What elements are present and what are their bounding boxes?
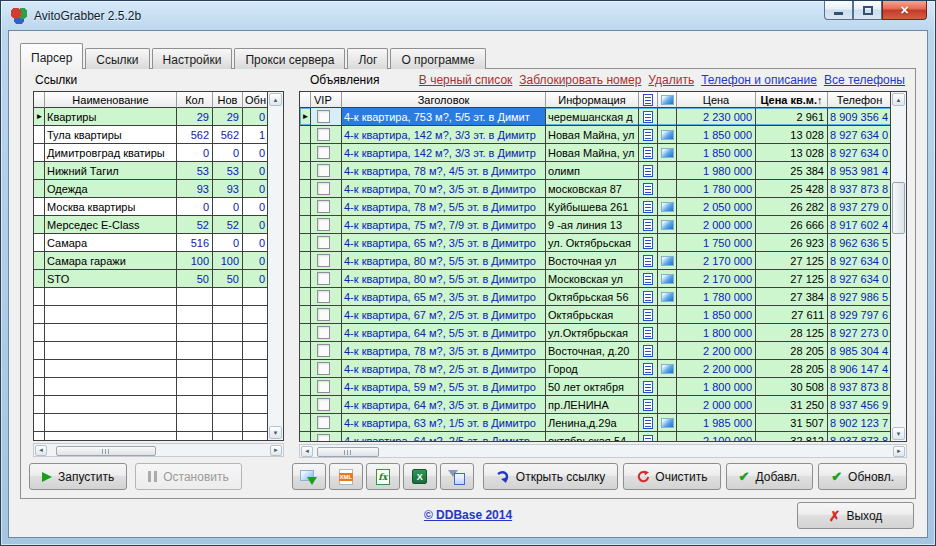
document-icon[interactable] bbox=[643, 327, 653, 339]
image-icon[interactable] bbox=[661, 130, 674, 140]
table-row[interactable]: 4-к квартира, 75 м?, 7/9 эт. в Димитро9 … bbox=[300, 216, 906, 234]
table-row[interactable]: STO50500 bbox=[34, 270, 283, 288]
vip-checkbox[interactable] bbox=[317, 416, 330, 429]
image-icon[interactable] bbox=[661, 220, 674, 230]
obn-column-header[interactable]: Обн bbox=[243, 92, 269, 108]
document-icon[interactable] bbox=[643, 381, 653, 393]
export-excel-button[interactable]: X bbox=[403, 463, 437, 490]
document-icon[interactable] bbox=[643, 399, 653, 411]
table-row[interactable]: Одежда93930 bbox=[34, 180, 283, 198]
table-row[interactable]: 4-к квартира, 78 м?, 5/5 эт. в ДимитроКу… bbox=[300, 198, 906, 216]
image-icon[interactable] bbox=[661, 292, 674, 302]
save-picture-button[interactable] bbox=[292, 463, 326, 490]
document-icon[interactable] bbox=[643, 129, 653, 141]
scroll-left-icon[interactable]: ◄ bbox=[35, 445, 47, 456]
document-icon[interactable] bbox=[643, 273, 653, 285]
action-block-number[interactable]: Заблокировать номер bbox=[519, 73, 641, 87]
maximize-button[interactable] bbox=[853, 1, 882, 20]
document-icon[interactable] bbox=[643, 111, 653, 123]
open-link-button[interactable]: Открыть ссылку bbox=[483, 463, 618, 490]
table-row[interactable]: ►4-к квартира, 753 м?, 5/5 эт. в Димитче… bbox=[300, 108, 906, 126]
scroll-down-icon[interactable]: ▼ bbox=[892, 427, 905, 440]
ads-grid-vscrollbar[interactable]: ▲ ▼ bbox=[890, 92, 906, 441]
table-row[interactable]: 4-к квартира, 64 м?, 3/5 эт. в Димитропр… bbox=[300, 396, 906, 414]
table-row[interactable]: Самара гаражи1001000 bbox=[34, 252, 283, 270]
vip-checkbox[interactable] bbox=[317, 434, 330, 442]
document-icon[interactable] bbox=[643, 183, 653, 195]
document-icon[interactable] bbox=[643, 237, 653, 249]
document-icon[interactable] bbox=[643, 363, 653, 375]
close-button[interactable]: × bbox=[882, 1, 927, 20]
document-icon[interactable] bbox=[643, 291, 653, 303]
stop-button[interactable]: Остановить bbox=[135, 463, 242, 490]
info-column-header[interactable]: Информация bbox=[546, 92, 639, 108]
export-xml-button[interactable]: XML bbox=[329, 463, 363, 490]
start-button[interactable]: Запустить bbox=[29, 463, 127, 490]
update-button[interactable]: ✔ Обновл. bbox=[818, 463, 907, 490]
vip-checkbox[interactable] bbox=[317, 344, 330, 357]
table-row[interactable]: 4-к квартира, 70 м?, 3/5 эт. в Димитромо… bbox=[300, 180, 906, 198]
minimize-button[interactable] bbox=[824, 1, 853, 20]
table-row[interactable]: 4-к квартира, 63 м?, 1/5 эт. в ДимитроЛе… bbox=[300, 414, 906, 432]
document-icon[interactable] bbox=[643, 165, 653, 177]
tab-parser[interactable]: Парсер bbox=[20, 43, 83, 69]
vip-checkbox[interactable] bbox=[317, 380, 330, 393]
links-grid-hscrollbar[interactable]: ◄ ► bbox=[33, 443, 284, 457]
vip-checkbox[interactable] bbox=[317, 290, 330, 303]
table-row[interactable]: 4-к квартира, 142 м?, 3/3 эт. в ДимитрНо… bbox=[300, 126, 906, 144]
price-column-header[interactable]: Цена bbox=[677, 92, 756, 108]
tab-about[interactable]: О программе bbox=[390, 48, 485, 69]
scroll-up-icon[interactable]: ▲ bbox=[892, 93, 905, 106]
doc-column-header[interactable] bbox=[639, 92, 658, 108]
table-row[interactable]: 4-к квартира, 78 м?, 4/5 эт. в Димитроол… bbox=[300, 162, 906, 180]
table-row[interactable]: 4-к квартира, 59 м?, 5/5 эт. в Димитро50… bbox=[300, 378, 906, 396]
table-row[interactable]: Самара51600 bbox=[34, 234, 283, 252]
vip-checkbox[interactable] bbox=[317, 236, 330, 249]
document-icon[interactable] bbox=[643, 345, 653, 357]
clear-button[interactable]: Очистить bbox=[623, 463, 720, 490]
kol-column-header[interactable]: Кол bbox=[177, 92, 213, 108]
document-icon[interactable] bbox=[643, 147, 653, 159]
scroll-up-icon[interactable]: ▲ bbox=[269, 93, 282, 106]
vip-checkbox[interactable] bbox=[317, 128, 330, 141]
hscroll-thumb[interactable] bbox=[56, 446, 156, 456]
vip-checkbox[interactable] bbox=[317, 362, 330, 375]
image-icon[interactable] bbox=[661, 256, 674, 266]
vip-checkbox[interactable] bbox=[317, 110, 330, 123]
table-row[interactable]: 4-к квартира, 142 м?, 3/3 эт. в ДимитрНо… bbox=[300, 144, 906, 162]
table-row[interactable]: 4-к квартира, 80 м?, 5/5 эт. в ДимитроМо… bbox=[300, 270, 906, 288]
image-icon[interactable] bbox=[661, 274, 674, 284]
table-row[interactable]: 4-к квартира, 80 м?, 5/5 эт. в ДимитроВо… bbox=[300, 252, 906, 270]
excel-fx-button[interactable]: fx bbox=[366, 463, 400, 490]
hscroll-thumb[interactable] bbox=[317, 447, 379, 457]
vip-checkbox[interactable] bbox=[317, 272, 330, 285]
vip-checkbox[interactable] bbox=[317, 254, 330, 267]
table-row[interactable]: ►Квартиры29290 bbox=[34, 108, 283, 126]
table-row[interactable]: Димитровград кватиры000 bbox=[34, 144, 283, 162]
name-column-header[interactable]: Наименование bbox=[45, 92, 177, 108]
table-row[interactable]: 4-к квартира, 65 м?, 3/5 эт. в ДимитроОк… bbox=[300, 288, 906, 306]
table-row[interactable]: Мерседес E-Class52520 bbox=[34, 216, 283, 234]
filter-button[interactable] bbox=[440, 463, 474, 490]
document-icon[interactable] bbox=[643, 309, 653, 321]
document-icon[interactable] bbox=[643, 201, 653, 213]
title-bar[interactable]: AvitoGrabber 2.5.2b × bbox=[1, 1, 935, 30]
vip-checkbox[interactable] bbox=[317, 200, 330, 213]
document-icon[interactable] bbox=[643, 255, 653, 267]
tab-settings[interactable]: Настройки bbox=[152, 48, 233, 69]
vscroll-thumb[interactable] bbox=[892, 182, 905, 234]
vip-checkbox[interactable] bbox=[317, 164, 330, 177]
vip-column-header[interactable]: VIP bbox=[311, 92, 342, 108]
vip-checkbox[interactable] bbox=[317, 218, 330, 231]
table-row[interactable]: 4-к квартира, 78 м?, 2/5 эт. в ДимитроГо… bbox=[300, 360, 906, 378]
exit-button[interactable]: ✗ Выход bbox=[797, 502, 914, 529]
tab-links[interactable]: Ссылки bbox=[85, 48, 149, 69]
vip-checkbox[interactable] bbox=[317, 146, 330, 159]
tab-proxy-servers[interactable]: Прокси сервера bbox=[234, 48, 345, 69]
action-blacklist[interactable]: В черный список bbox=[419, 73, 513, 87]
table-row[interactable]: Тула квартиры5625621 bbox=[34, 126, 283, 144]
phone-column-header[interactable]: Телефон bbox=[828, 92, 892, 108]
action-phone-description[interactable]: Телефон и описание bbox=[701, 73, 817, 87]
action-all-phones[interactable]: Все телефоны bbox=[824, 73, 905, 87]
img-column-header[interactable] bbox=[658, 92, 677, 108]
